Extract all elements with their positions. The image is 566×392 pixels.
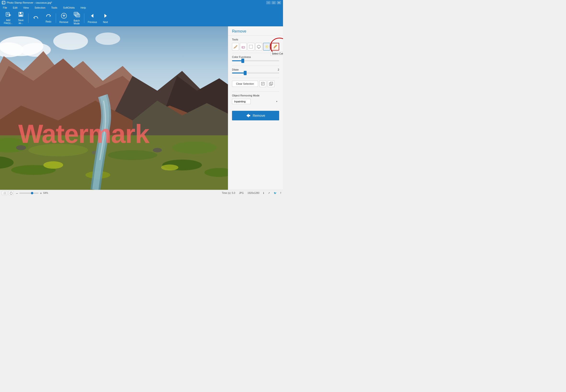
svg-point-21 — [21, 43, 51, 57]
svg-rect-10 — [21, 13, 22, 14]
color-fuzziness-thumb[interactable] — [241, 59, 244, 63]
next-label: Next — [103, 21, 108, 24]
svg-text:P: P — [3, 2, 4, 4]
next-button[interactable]: Next — [99, 11, 111, 25]
share-icon[interactable]: ↗ — [268, 192, 270, 194]
previous-label: Previous — [88, 21, 97, 24]
zoom-plus-label: + — [40, 191, 42, 195]
twitter-icon[interactable]: 🐦 — [274, 192, 277, 194]
undo-icon — [33, 15, 39, 21]
inpainting-dropdown-wrapper: Inpainting ▼ — [232, 99, 279, 104]
batch-mode-label: BatchMode — [74, 19, 80, 25]
separator-2 — [56, 14, 56, 23]
svg-rect-14 — [75, 13, 79, 16]
selection-actions: Clear Selection — [232, 80, 279, 87]
svg-point-39 — [43, 161, 63, 169]
zoom-thumb — [31, 192, 33, 194]
svg-rect-47 — [242, 46, 243, 48]
menu-view[interactable]: View — [22, 6, 30, 10]
batch-mode-button[interactable]: BatchMode — [71, 11, 83, 25]
previous-button[interactable]: Previous — [86, 11, 99, 25]
save-as-button[interactable]: Saveas... — [15, 11, 27, 25]
zoom-slider[interactable] — [19, 193, 39, 194]
undo-button[interactable] — [30, 11, 42, 25]
select-lasso-status-button[interactable]: ◯ — [9, 191, 14, 195]
select-color-container: Select Color — [271, 43, 279, 51]
tools-section: Tools — [228, 36, 283, 53]
window-title: Photo Stamp Remover - caucasus.jpg* — [7, 1, 52, 4]
add-files-button[interactable]: AddFile(s)... — [2, 11, 14, 25]
svg-point-44 — [153, 148, 162, 153]
marker-tool-button[interactable] — [232, 43, 239, 51]
menu-help[interactable]: Help — [80, 6, 87, 10]
menu-edit[interactable]: Edit — [12, 6, 18, 10]
menu-bar: File Edit View Selection Tools SoftOrbit… — [0, 5, 283, 10]
inpainting-dropdown[interactable]: Inpainting — [232, 99, 251, 104]
right-panel: Remove Tools — [228, 26, 283, 190]
status-right: Time (s): 5.0 JPG 1920x1280 ℹ ↗ 🐦 f — [222, 192, 281, 194]
remove-button-label: Remove — [253, 114, 265, 117]
landscape-image — [0, 26, 228, 190]
dropdown-arrow-icon: ▼ — [276, 100, 278, 103]
dilate-slider-track — [232, 72, 279, 73]
canvas-area[interactable]: Watermark — [0, 26, 228, 190]
svg-point-34 — [172, 141, 217, 154]
save-as-label: Saveas... — [18, 19, 24, 25]
info-icon[interactable]: ℹ — [263, 192, 264, 194]
select-from-clipboard-button[interactable] — [259, 80, 266, 87]
menu-selection[interactable]: Selection — [33, 6, 46, 10]
magic-wand-tool-button[interactable] — [263, 43, 270, 51]
svg-rect-65 — [262, 82, 264, 83]
select-color-button[interactable] — [271, 43, 279, 51]
svg-marker-17 — [104, 14, 107, 18]
svg-line-57 — [268, 47, 268, 48]
redo-button[interactable]: Redo — [42, 11, 54, 25]
maximize-button[interactable]: □ — [271, 1, 276, 4]
svg-point-40 — [161, 164, 178, 170]
eraser-tool-button[interactable] — [240, 43, 247, 51]
paste-selection-button[interactable] — [268, 80, 274, 87]
status-bar: ⬜ ◯ – + 64% Time (s): 5.0 JPG 1920x1280 … — [0, 190, 283, 196]
facebook-icon[interactable]: f — [280, 192, 281, 194]
svg-marker-73 — [246, 114, 250, 117]
object-removing-mode-section: Object Removing Mode Inpainting ▼ — [228, 92, 283, 107]
remove-toolbar-button[interactable]: Remove — [57, 11, 70, 25]
svg-rect-69 — [270, 82, 273, 85]
color-fuzziness-slider-track — [232, 60, 279, 61]
lasso-tool-button[interactable] — [255, 43, 262, 51]
svg-point-22 — [53, 33, 88, 50]
svg-point-42 — [16, 145, 26, 150]
color-fuzziness-row — [232, 60, 279, 61]
dilate-row — [232, 72, 279, 73]
tools-row: Select Color — [232, 43, 279, 51]
dimensions-label: 1920x1280 — [248, 192, 259, 194]
rect-select-tool-button[interactable] — [248, 43, 255, 51]
title-bar: P Photo Stamp Remover - caucasus.jpg* ─ … — [0, 0, 283, 5]
window-controls[interactable]: ─ □ ✕ — [266, 1, 281, 4]
remove-toolbar-label: Remove — [59, 21, 68, 24]
minimize-button[interactable]: ─ — [266, 1, 270, 4]
app-icon: P — [2, 1, 5, 4]
dilate-thumb[interactable] — [244, 71, 247, 75]
svg-point-60 — [266, 46, 267, 47]
dilate-label: Dilate — [232, 68, 239, 71]
color-fuzziness-section: Color Fuzziness — [228, 53, 283, 66]
zoom-percent: 64% — [43, 192, 48, 194]
select-rect-status-button[interactable]: ⬜ — [2, 191, 7, 195]
remove-icon — [61, 13, 67, 20]
status-left: ⬜ ◯ – + 64% — [2, 191, 220, 195]
dilate-section: Dilate 2 — [228, 66, 283, 78]
redo-icon — [45, 13, 51, 19]
svg-point-23 — [95, 33, 120, 45]
menu-softorbits[interactable]: SoftOrbits — [62, 6, 76, 10]
close-button[interactable]: ✕ — [277, 1, 281, 4]
add-files-icon — [5, 12, 11, 18]
menu-file[interactable]: File — [2, 6, 8, 10]
svg-line-59 — [266, 47, 266, 48]
add-files-label: AddFile(s)... — [4, 19, 13, 25]
menu-tools[interactable]: Tools — [50, 6, 58, 10]
time-label: Time (s): 5.0 — [222, 192, 235, 194]
clear-selection-button[interactable]: Clear Selection — [232, 81, 258, 87]
svg-line-58 — [268, 45, 268, 46]
remove-button[interactable]: Remove — [232, 111, 279, 120]
